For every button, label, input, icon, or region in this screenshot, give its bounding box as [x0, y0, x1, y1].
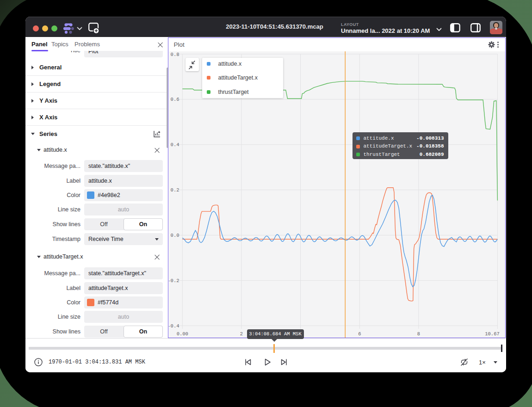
svg-text:0.8: 0.8: [171, 52, 179, 57]
svg-text:2: 2: [240, 331, 243, 337]
svg-text:10.67: 10.67: [485, 331, 500, 337]
svg-text:-0.4: -0.4: [169, 323, 179, 329]
svg-text:0.6: 0.6: [171, 97, 179, 102]
svg-text:0.00: 0.00: [177, 331, 188, 337]
svg-text:0.2: 0.2: [171, 187, 179, 193]
svg-text:0.4: 0.4: [171, 142, 179, 148]
svg-text:0.0: 0.0: [171, 233, 179, 238]
svg-text:8: 8: [417, 331, 420, 337]
svg-text:-0.2: -0.2: [169, 278, 179, 284]
svg-text:6: 6: [358, 331, 361, 337]
